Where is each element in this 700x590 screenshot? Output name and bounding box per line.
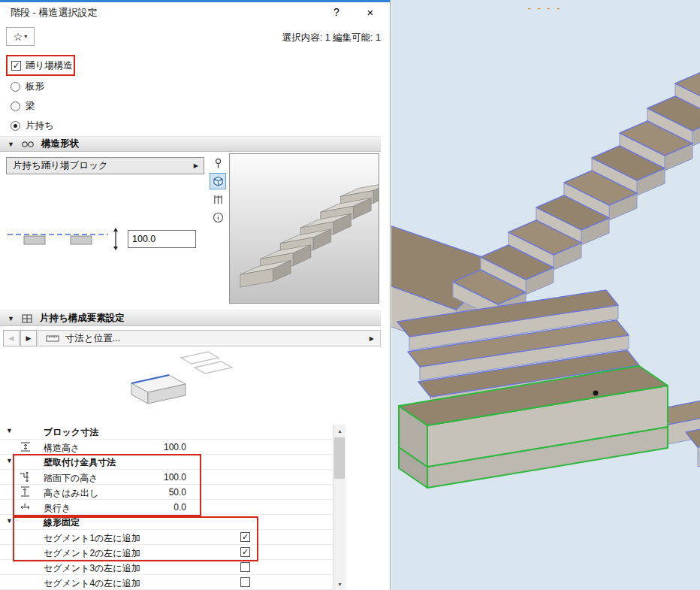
stair-structure-settings-dialog: 階段 - 構造選択設定 ? × ☆ ▾ 選択内容: 1 編集可能: 1 ✓ 踊り… (0, 0, 391, 590)
landing-structure-checkbox[interactable]: ✓ (11, 61, 21, 71)
dimension-ticks: - - - - (528, 3, 562, 12)
dialog-title: 階段 - 構造選択設定 (11, 2, 98, 23)
radio-button-icon[interactable] (11, 121, 20, 131)
collapse-arrow-icon: ▼ (8, 315, 14, 322)
table-row[interactable]: ▼壁取付け金具寸法 (0, 455, 333, 470)
table-row[interactable]: ▼ブロック寸法 (0, 425, 333, 440)
structure-type-radio-group: 板形梁片持ち (11, 77, 54, 135)
table-row-label: 踏面下の高さ (44, 472, 98, 485)
dropdown-value: 片持ち踊り場ブロック (13, 159, 108, 172)
table-row: 踏面下の高さ100.0 (0, 470, 333, 485)
stair-preview-image (229, 153, 379, 304)
chevron-right-icon: ▶ (194, 162, 198, 169)
stair-3d-model[interactable] (391, 0, 700, 590)
info-icon[interactable] (210, 209, 226, 225)
viewport-3d[interactable]: - - - - (391, 0, 700, 590)
collapse-arrow-icon[interactable]: ▼ (6, 457, 13, 464)
section-structure-shape[interactable]: ▼ 構造形状 (0, 136, 381, 152)
table-row-value[interactable]: 100.0 (119, 442, 186, 452)
dialog-titlebar[interactable]: 階段 - 構造選択設定 ? × (0, 2, 390, 23)
segment-checkbox[interactable] (240, 577, 250, 587)
table-row-label: 高さはみ出し (44, 487, 98, 500)
collapse-arrow-icon[interactable]: ▼ (6, 517, 13, 525)
radio-option[interactable]: 板形 (11, 77, 54, 96)
close-button[interactable]: × (354, 2, 387, 23)
table-row-label: セグメント3の左に追加 (44, 562, 140, 575)
chevron-right-icon: ▶ (370, 335, 374, 342)
radio-option[interactable]: 梁 (11, 96, 54, 116)
table-row-label: 構造高さ (44, 442, 80, 455)
table-row-value[interactable]: 100.0 (119, 472, 186, 483)
selection-info: 選択内容: 1 編集可能: 1 (282, 32, 381, 44)
landing-structure-label: 踊り場構造 (26, 59, 73, 72)
collapse-arrow-icon[interactable]: ▼ (6, 427, 13, 434)
radio-button-icon[interactable] (11, 82, 20, 92)
landing-structure-checkbox-group: ✓ 踊り場構造 (6, 55, 75, 76)
tread-height-icon (20, 471, 36, 483)
scroll-down-icon[interactable]: ▼ (333, 578, 346, 590)
table-row-label: セグメント4の左に追加 (44, 577, 140, 590)
tab-dimensions-position[interactable]: 寸法と位置... ▶ (38, 330, 381, 346)
offset-diagram (6, 225, 122, 253)
table-row: 奥行き0.0 (0, 500, 333, 515)
components-grid-icon (21, 313, 33, 324)
radio-option[interactable]: 片持ち (11, 116, 54, 135)
table-row: 構造高さ100.0 (0, 440, 333, 455)
chevron-down-icon: ▾ (24, 33, 27, 40)
section-cantilever-components[interactable]: ▼ 片持ち構成要素設定 (0, 310, 381, 326)
table-row-label: セグメント1の左に追加 (44, 532, 140, 545)
depth-icon (20, 501, 36, 513)
table-group-label: 壁取付け金具寸法 (44, 456, 116, 469)
structure-shape-icon (21, 139, 35, 149)
scroll-up-icon[interactable]: ▲ (333, 425, 346, 437)
scroll-thumb[interactable] (334, 437, 345, 479)
component-sketch (109, 347, 252, 422)
table-group-label: 線形固定 (44, 516, 80, 529)
table-row-label: 奥行き (44, 502, 71, 515)
next-page-button[interactable]: ▶ (20, 330, 37, 346)
table-scrollbar[interactable]: ▲ ▼ (333, 425, 345, 590)
radio-label: 板形 (26, 80, 44, 93)
tab-label: 寸法と位置... (65, 332, 120, 345)
table-row-value[interactable]: 50.0 (119, 487, 186, 498)
previous-page-button[interactable]: ◀ (3, 330, 20, 346)
section-title: 構造形状 (41, 138, 79, 150)
offset-input[interactable] (128, 230, 196, 248)
block-type-dropdown[interactable]: 片持ち踊り場ブロック ▶ (6, 157, 204, 174)
cube-3d-icon[interactable] (210, 173, 226, 189)
settings-table: ▼ブロック寸法構造高さ100.0▼壁取付け金具寸法踏面下の高さ100.0高さはみ… (0, 425, 333, 590)
table-row: セグメント3の左に追加 (0, 560, 333, 575)
radio-label: 梁 (26, 100, 35, 113)
railing-icon[interactable] (210, 191, 226, 207)
help-button[interactable]: ? (324, 2, 349, 23)
segment-checkbox[interactable]: ✓ (240, 547, 250, 557)
table-row: セグメント1の左に追加✓ (0, 530, 333, 545)
table-row[interactable]: ▼線形固定 (0, 515, 333, 530)
segment-checkbox[interactable]: ✓ (240, 532, 250, 542)
section-title: 片持ち構成要素設定 (40, 312, 125, 325)
table-row: セグメント4の左に追加 (0, 575, 333, 590)
table-row: 高さはみ出し50.0 (0, 485, 333, 500)
ruler-icon (46, 333, 59, 344)
table-row: セグメント2の左に追加✓ (0, 545, 333, 560)
radio-label: 片持ち (26, 120, 54, 132)
table-row-label: セグメント2の左に追加 (44, 547, 140, 560)
favorites-button[interactable]: ☆ ▾ (6, 27, 35, 46)
radio-button-icon[interactable] (11, 101, 20, 111)
overhang-icon (20, 486, 36, 498)
star-icon: ☆ (14, 31, 23, 43)
table-group-label: ブロック寸法 (44, 426, 98, 439)
height-dim-icon (20, 441, 36, 452)
collapse-arrow-icon: ▼ (8, 141, 14, 148)
segment-checkbox[interactable] (240, 562, 250, 572)
app-window: 階段 - 構造選択設定 ? × ☆ ▾ 選択内容: 1 編集可能: 1 ✓ 踊り… (0, 0, 700, 590)
pin-icon[interactable] (210, 155, 226, 171)
table-row-value[interactable]: 0.0 (119, 502, 186, 513)
